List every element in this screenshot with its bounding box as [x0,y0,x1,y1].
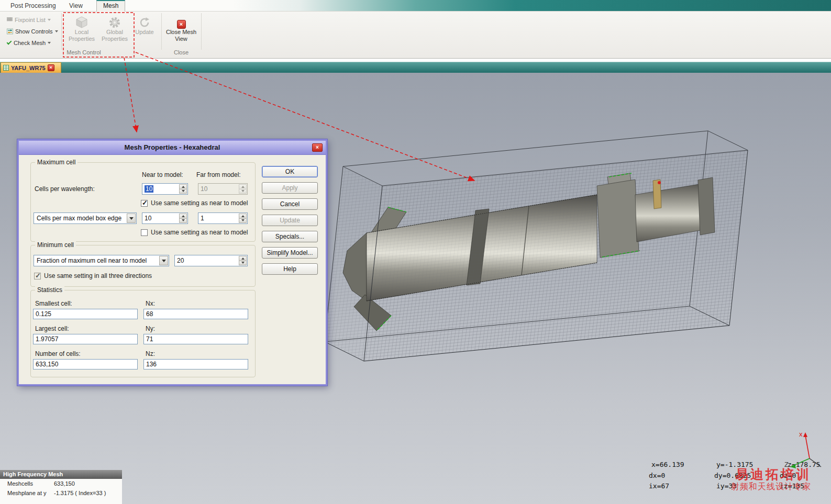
spinner-down-icon[interactable] [239,189,247,194]
minimum-cell-legend: Minimum cell [35,241,76,249]
update-mesh-button[interactable]: Update [132,13,157,51]
check-mesh-button[interactable]: Check Mesh [5,38,52,48]
far-from-model-header: Far from model: [196,171,241,178]
largest-cell-field[interactable]: 1.97057 [33,334,138,344]
spinner-down-icon[interactable] [179,189,187,194]
gear-icon [108,13,121,29]
spinner [179,214,187,223]
min-cell-criterion-select[interactable]: Fraction of maximum cell near to model [34,255,169,266]
fixpoint-list-label: Fixpoint List [15,17,46,23]
cells-per-wavelength-far-field[interactable]: 10 [198,183,248,195]
coord-dx: dx=0 [649,472,665,479]
dropdown-arrow-icon[interactable] [127,214,136,223]
box-edge-far-field[interactable]: 1 [198,212,248,224]
field-value: 633,150 [36,361,58,368]
min-cell-value-field[interactable]: 20 [174,255,248,266]
maximum-cell-legend: Maximum cell [35,159,77,166]
fixpoint-grid-icon [7,17,13,23]
use-same-setting-2-checkbox[interactable] [141,229,148,236]
model-pin-marker [658,181,661,184]
field-value: 1.97057 [36,335,58,343]
largest-cell-label: Largest cell: [35,325,69,332]
document-tab-bar: YAFU_WR75 × [0,62,831,73]
spinner [179,184,187,194]
spinner [239,256,247,265]
help-button[interactable]: Help [262,263,318,275]
field-value: 0.125 [36,310,51,318]
ok-button[interactable]: OK [262,166,318,177]
ny-label: Ny: [146,325,155,332]
coord-dy: dy=0.6825 [714,472,751,479]
number-of-cells-field[interactable]: 633,150 [33,359,138,369]
cube-icon [75,13,88,29]
same-three-directions-checkbox[interactable] [34,273,41,279]
nz-field[interactable]: 136 [143,359,248,369]
number-of-cells-label: Number of cells: [35,350,81,357]
svg-text:x: x [799,430,803,438]
tab-view[interactable]: View [63,0,89,12]
fixpoint-list-button[interactable]: Fixpoint List [5,15,52,25]
dialog-close-icon[interactable]: × [312,143,323,152]
use-same-setting-2-row: Use same setting as near to model [141,229,248,236]
coord-iz: iz=135 [780,482,804,490]
update-mesh-label: Update [135,29,153,36]
status-panel: High Frequency Mesh Meshcells 633,150 Me… [0,470,122,504]
local-properties-button[interactable]: Local Properties [68,13,95,51]
field-value: 10 [145,215,151,222]
cancel-button[interactable]: Cancel [262,198,318,210]
check-mesh-icon [7,40,12,45]
chevron-down-icon [48,19,51,21]
max-cell-criterion-select[interactable]: Cells per max model box edge [34,212,137,224]
document-tab-close-icon[interactable]: × [48,64,54,71]
svg-text:Z: Z [784,461,789,468]
spinner [239,214,247,223]
field-value: 20 [177,257,184,264]
nx-label: Nx: [146,300,155,307]
coord-y: y=-1.3175 [716,461,753,468]
show-controls-button[interactable]: Show Controls [5,27,60,36]
tab-post-processing[interactable]: Post Processing [4,0,62,12]
application-window: Post Processing View Mesh Fixpoint List … [0,0,831,504]
apply-button[interactable]: Apply [262,182,318,194]
select-value: Cells per max model box edge [37,215,121,222]
dropdown-arrow-icon[interactable] [159,256,168,265]
specials-button[interactable]: Specials... [262,231,318,242]
coord-iy: iy=33 [716,482,737,490]
update-button[interactable]: Update [262,215,318,226]
tab-mesh[interactable]: Mesh [96,0,125,12]
show-controls-icon [7,28,13,35]
spinner-down-icon[interactable] [179,218,187,223]
coord-ix: ix=67 [649,482,669,490]
cells-per-wavelength-near-field[interactable]: 10 [142,183,188,195]
nx-field[interactable]: 68 [143,309,248,319]
spinner-down-icon[interactable] [239,218,247,223]
same-three-directions-row: Use same setting in all three directions [34,272,152,279]
box-edge-near-field[interactable]: 10 [142,212,188,224]
meshplane-value: -1.3175 ( Index=33 ) [54,490,106,496]
close-mesh-view-button[interactable]: × Close Mesh View [165,13,197,51]
use-same-setting-1-checkbox[interactable] [141,200,148,207]
global-properties-button[interactable]: Global Properties [101,13,129,51]
document-tab[interactable]: YAFU_WR75 × [1,62,61,73]
status-row-meshcells: Meshcells 633,150 [0,480,122,488]
ribbon: Post Processing View Mesh Fixpoint List … [0,0,831,59]
meshplane-label: Meshplane at y [7,490,47,496]
chevron-down-icon [55,30,58,32]
mesh-control-group-label: Mesh Control [55,49,113,55]
spinner-down-icon[interactable] [239,261,247,266]
dialog-titlebar[interactable]: Mesh Properties - Hexahedral × [19,141,326,155]
smallest-cell-field[interactable]: 0.125 [33,309,138,319]
spinner [239,184,247,194]
chevron-down-icon [48,42,51,44]
field-value: 71 [146,335,153,343]
same-three-directions-label: Use same setting in all three directions [44,272,152,279]
statistics-legend: Statistics [35,286,64,294]
simplify-model-button[interactable]: Simplify Model... [262,247,318,259]
meshcells-value: 633,150 [54,480,75,487]
ny-field[interactable]: 71 [143,334,248,344]
model-flange [597,180,639,257]
use-same-setting-1-label: Use same setting as near to model [151,199,248,207]
ribbon-divider [61,13,62,50]
document-tab-label: YAFU_WR75 [11,65,46,71]
refresh-icon [138,13,151,29]
